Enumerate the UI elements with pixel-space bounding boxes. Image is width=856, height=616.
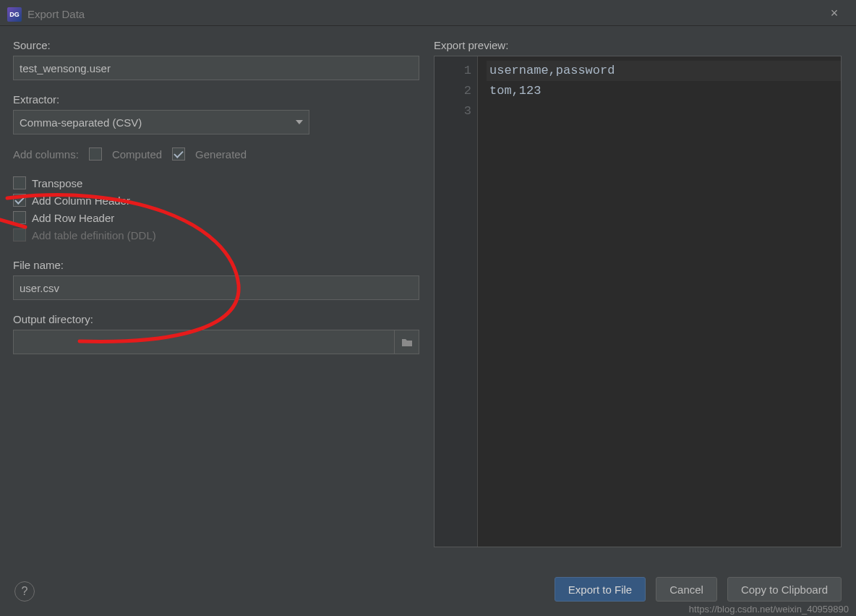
- content-area: Source: Extractor: Comma-separated (CSV)…: [0, 26, 856, 597]
- extractor-select[interactable]: Comma-separated (CSV): [13, 110, 309, 134]
- dialog-buttons: Export to File Cancel Copy to Clipboard: [555, 577, 842, 602]
- computed-label: Computed: [112, 148, 162, 161]
- titlebar: DG Export Data ×: [0, 0, 856, 26]
- line-number: 1: [435, 61, 471, 81]
- help-button[interactable]: ?: [14, 581, 35, 602]
- transpose-label: Transpose: [32, 177, 82, 189]
- preview-pane: Export preview: 1 2 3 username,password …: [431, 26, 856, 597]
- cancel-button[interactable]: Cancel: [656, 577, 717, 602]
- app-icon: DG: [7, 7, 22, 22]
- output-dir-input[interactable]: [13, 330, 395, 354]
- chevron-down-icon: [296, 120, 303, 124]
- extractor-value: Comma-separated (CSV): [20, 116, 142, 129]
- add-row-header-label: Add Row Header: [32, 212, 114, 224]
- generated-checkbox[interactable]: [172, 147, 185, 161]
- export-data-dialog: DG Export Data × Source: Extractor: Comm…: [0, 0, 856, 616]
- extractor-label: Extractor:: [13, 93, 419, 106]
- add-ddl-checkbox[interactable]: [13, 228, 26, 241]
- add-column-header-label: Add Column Header: [32, 194, 130, 207]
- filename-input[interactable]: [13, 275, 419, 300]
- copy-to-clipboard-button[interactable]: Copy to Clipboard: [727, 577, 842, 602]
- code-line: username,password: [487, 61, 841, 81]
- watermark-text: https://blog.csdn.net/weixin_40959890: [689, 604, 849, 615]
- code-line: tom,123: [487, 81, 841, 101]
- add-column-header-checkbox[interactable]: [13, 194, 26, 207]
- code-line: [487, 101, 841, 121]
- source-label: Source:: [13, 39, 419, 51]
- preview-label: Export preview:: [434, 39, 844, 51]
- transpose-checkbox[interactable]: [13, 176, 26, 189]
- line-number: 2: [435, 81, 471, 101]
- generated-label: Generated: [195, 148, 247, 161]
- preview-code: username,password tom,123: [478, 56, 841, 547]
- form-pane: Source: Extractor: Comma-separated (CSV)…: [0, 26, 431, 597]
- filename-label: File name:: [13, 259, 419, 271]
- close-icon[interactable]: ×: [827, 6, 842, 20]
- add-row-header-checkbox[interactable]: [13, 211, 26, 224]
- preview-gutter: 1 2 3: [435, 56, 478, 547]
- browse-folder-button[interactable]: [395, 330, 419, 354]
- add-ddl-label: Add table definition (DDL): [32, 229, 156, 241]
- source-input[interactable]: [13, 56, 419, 80]
- output-dir-label: Output directory:: [13, 313, 419, 325]
- add-columns-label: Add columns:: [13, 148, 79, 161]
- window-title: Export Data: [27, 8, 85, 20]
- computed-checkbox[interactable]: [89, 147, 102, 161]
- preview-editor[interactable]: 1 2 3 username,password tom,123: [434, 56, 842, 547]
- line-number: 3: [435, 101, 471, 121]
- folder-icon: [401, 337, 413, 347]
- export-to-file-button[interactable]: Export to File: [555, 577, 646, 602]
